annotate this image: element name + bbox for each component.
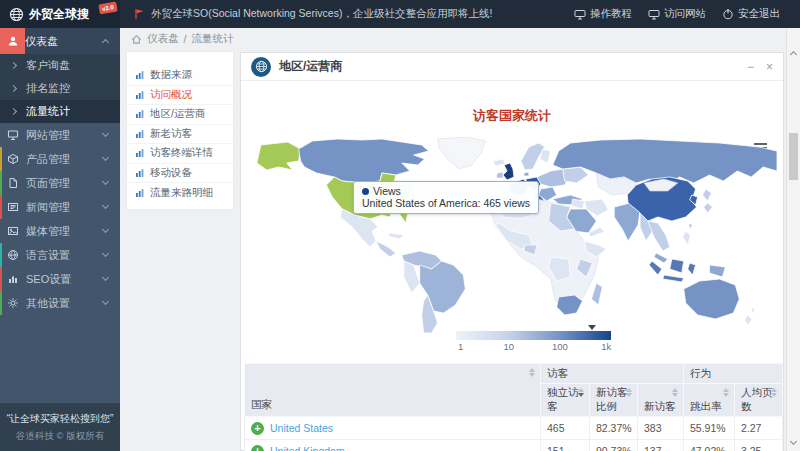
sidebar-item-dashboard[interactable]: 仪表盘 xyxy=(0,28,120,54)
chevron-down-icon xyxy=(102,298,109,305)
country-papua-new-guinea xyxy=(710,265,726,277)
region-carrier-panel: 地区/运营商 − × 访客国家统计 xyxy=(240,52,784,451)
sidebar-item-news-mgmt[interactable]: 新闻管理 xyxy=(0,195,120,219)
world-map[interactable] xyxy=(243,137,779,333)
traffic-submenu: 数据来源 访问概况 地区/运营商 新老访客 访客终端详情 移动设备 流量来路明细 xyxy=(127,52,233,209)
submenu-item-label: 数据来源 xyxy=(150,68,192,82)
table-row-united-kingdom: + United Kingdom 151 90.73% 137 47.02% 3… xyxy=(245,440,783,451)
column-header-country[interactable]: 国家 xyxy=(245,364,541,417)
minimize-button[interactable]: − xyxy=(747,61,754,73)
sidebar-item-ranking-monitor[interactable]: 排名监控 xyxy=(0,77,120,100)
sidebar-item-customer-inquiry[interactable]: 客户询盘 xyxy=(0,54,120,77)
sort-icon[interactable] xyxy=(723,388,729,397)
column-header-new-visitor-ratio[interactable]: 新访客比例 xyxy=(590,384,638,417)
app-root: 外贸全球搜 v2.0 外贸全球SO(Social Networking Seri… xyxy=(0,0,800,451)
cell-bounce-rate: 55.91% xyxy=(684,417,735,440)
country-iraq-syria xyxy=(572,199,585,209)
expand-plus-icon[interactable]: + xyxy=(251,422,264,435)
visit-site-link[interactable]: 访问网站 xyxy=(648,7,706,21)
visual-map-legend[interactable]: 1 10 100 1k xyxy=(456,331,611,352)
submenu-item-visitor-terminal[interactable]: 访客终端详情 xyxy=(127,144,233,164)
scrollbar-thumb[interactable] xyxy=(789,133,798,180)
close-button[interactable]: × xyxy=(766,61,773,73)
sidebar-item-label: 媒体管理 xyxy=(26,224,103,239)
topbar-links: 操作教程 访问网站 安全退出 xyxy=(574,7,780,21)
country-united-kingdom xyxy=(503,163,514,180)
bar-chart-icon xyxy=(135,168,145,178)
legend-tick: 100 xyxy=(552,341,568,352)
sort-icon-active[interactable] xyxy=(578,388,584,397)
sidebar-item-product-mgmt[interactable]: 产品管理 xyxy=(0,147,120,171)
chevron-down-icon xyxy=(102,202,109,209)
sidebar-item-media-mgmt[interactable]: 媒体管理 xyxy=(0,219,120,243)
announcement-text: 外贸全球SO(Social Networking Serivces)，企业级社交… xyxy=(151,7,492,21)
submenu-item-label: 新老访客 xyxy=(150,127,192,141)
country-greenland xyxy=(438,137,486,169)
sidebar-item-label: 流量统计 xyxy=(26,104,120,119)
scroll-up-arrow-icon[interactable] xyxy=(787,46,800,60)
visit-site-link-label: 访问网站 xyxy=(664,7,706,21)
column-header-new-visitors[interactable]: 新访客 xyxy=(638,384,684,417)
globe-icon xyxy=(251,57,271,77)
country-link[interactable]: United Kingdom xyxy=(270,445,345,451)
product-icon xyxy=(0,153,26,165)
legend-tick: 1 xyxy=(458,341,463,352)
country-ireland xyxy=(496,172,503,178)
submenu-item-label: 流量来路明细 xyxy=(150,186,213,200)
sidebar-item-website-mgmt[interactable]: 网站管理 xyxy=(0,123,120,147)
series-dot-icon xyxy=(362,188,369,195)
sort-icon[interactable] xyxy=(771,388,777,397)
cell-new-visitors: 383 xyxy=(638,417,684,440)
sidebar-item-label: 客户询盘 xyxy=(26,58,120,73)
legend-pointer-icon[interactable] xyxy=(588,325,596,330)
submenu-item-traffic-referrer[interactable]: 流量来路明细 xyxy=(127,183,233,203)
tooltip-series: Views xyxy=(373,185,401,197)
scroll-down-arrow-icon[interactable] xyxy=(787,435,800,449)
bar-chart-icon xyxy=(135,109,145,119)
column-header-bounce-rate[interactable]: 跳出率 xyxy=(684,384,735,417)
logout-link[interactable]: 安全退出 xyxy=(722,7,780,21)
submenu-item-new-old-visitors[interactable]: 新老访客 xyxy=(127,125,233,145)
user-icon xyxy=(0,28,25,54)
country-japan xyxy=(703,189,712,201)
sidebar-item-label: 页面管理 xyxy=(26,176,103,191)
submenu-item-label: 移动设备 xyxy=(150,166,192,180)
sidebar-item-page-mgmt[interactable]: 页面管理 xyxy=(0,171,120,195)
country-malaysia xyxy=(654,253,668,263)
region-central-america xyxy=(376,241,396,257)
country-taiwan xyxy=(689,223,693,229)
breadcrumb: 仪表盘 / 流量统计 xyxy=(131,30,233,48)
submenu-item-region-carrier[interactable]: 地区/运营商 xyxy=(127,105,233,125)
sidebar-item-language-settings[interactable]: 语言设置 xyxy=(0,243,120,267)
announcement: 外贸全球SO(Social Networking Serivces)，企业级社交… xyxy=(134,7,492,21)
table-row-united-states: + United States 465 82.37% 383 55.91% 2.… xyxy=(245,417,783,440)
submenu-item-label: 访问概况 xyxy=(150,88,192,102)
legend-gradient-bar xyxy=(456,331,611,340)
gear-icon xyxy=(0,297,26,309)
sort-icon[interactable] xyxy=(626,388,632,397)
sidebar-item-seo-settings[interactable]: SEO设置 xyxy=(0,267,120,291)
sidebar-item-label: 排名监控 xyxy=(26,81,120,96)
expand-plus-icon[interactable]: + xyxy=(251,445,264,451)
tutorial-link[interactable]: 操作教程 xyxy=(574,7,632,21)
country-indonesia-java xyxy=(663,275,684,282)
submenu-item-visit-overview[interactable]: 访问概况 xyxy=(127,86,233,106)
page-scrollbar[interactable] xyxy=(786,28,800,451)
sidebar-item-traffic-stats[interactable]: 流量统计 xyxy=(0,100,120,123)
sidebar-item-other-settings[interactable]: 其他设置 xyxy=(0,291,120,315)
column-header-unique-visitors[interactable]: 独立访客 xyxy=(541,384,590,417)
sort-icon[interactable] xyxy=(672,388,678,397)
screen-icon xyxy=(574,9,586,20)
country-canada xyxy=(299,139,429,183)
chevron-down-icon xyxy=(102,250,109,257)
topbar: 外贸全球搜 v2.0 外贸全球SO(Social Networking Seri… xyxy=(0,0,800,28)
breadcrumb-home[interactable]: 仪表盘 xyxy=(147,32,179,46)
brand-logo[interactable]: 外贸全球搜 v2.0 xyxy=(0,0,120,28)
country-link[interactable]: United States xyxy=(270,422,333,434)
legend-tick: 1k xyxy=(601,341,611,352)
column-header-pages-per-visitor[interactable]: 人均页数 xyxy=(735,384,783,417)
sort-icon[interactable] xyxy=(529,368,535,377)
submenu-item-data-source[interactable]: 数据来源 xyxy=(127,66,233,86)
breadcrumb-separator: / xyxy=(184,33,187,45)
submenu-item-mobile-devices[interactable]: 移动设备 xyxy=(127,164,233,184)
